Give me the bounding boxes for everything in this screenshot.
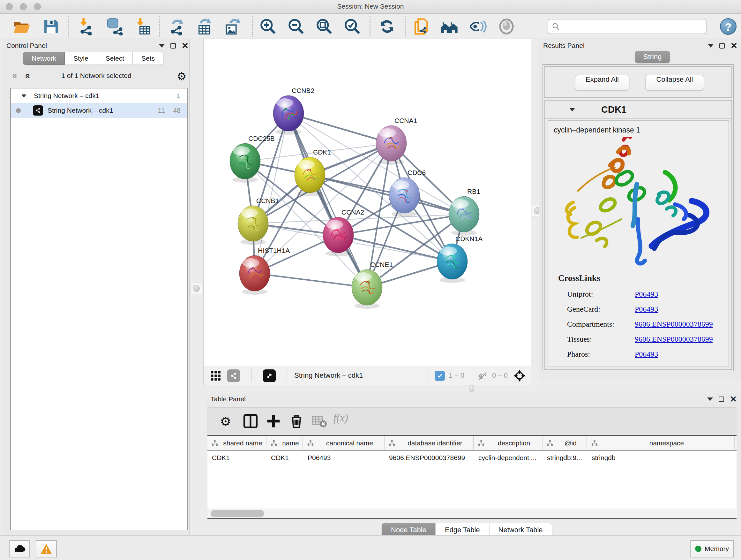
- network-row[interactable]: String Network – cdk1 11 48: [11, 103, 187, 118]
- table-hscrollbar[interactable]: [207, 509, 736, 518]
- zoom-in-icon[interactable]: [259, 17, 277, 36]
- scrollbar-thumb[interactable]: [211, 510, 264, 517]
- node-label-CCNB1: CCNB1: [256, 197, 279, 204]
- toolbar-separator: [159, 16, 160, 37]
- network-canvas[interactable]: CCNB2CCNA1CDC25BCDK1CDC6RB1CCNB1CCNA2CDK…: [203, 39, 531, 366]
- network-edge-HIST1H1A-CCNE1[interactable]: [255, 273, 367, 287]
- export-table-icon[interactable]: [195, 17, 213, 36]
- zoom-fit-icon[interactable]: [315, 17, 333, 36]
- collapse-panel-icon[interactable]: [708, 44, 714, 48]
- selected-checkbox-icon[interactable]: [434, 371, 445, 381]
- memory-button[interactable]: Memory: [690, 540, 734, 557]
- table-cell[interactable]: stringdb:9...: [542, 451, 587, 465]
- column-header-canonical-name[interactable]: canonical name: [303, 436, 385, 450]
- table-cell[interactable]: 9606.ENSP00000378699: [385, 451, 474, 465]
- column-header-@id[interactable]: @id: [542, 436, 587, 450]
- network-tree: String Network – cdk1 1 String Network –…: [10, 88, 188, 530]
- import-table-file-icon[interactable]: [134, 17, 152, 36]
- bottom-splitter-grip[interactable]: [469, 385, 474, 392]
- refresh-icon[interactable]: [378, 17, 396, 36]
- network-node-HIST1H1A[interactable]: HIST1H1A: [239, 247, 290, 295]
- gene-collapse-icon[interactable]: [569, 108, 575, 111]
- add-column-icon[interactable]: [265, 413, 282, 429]
- network-node-CCNA1[interactable]: CCNA1: [376, 117, 417, 165]
- column-header-name[interactable]: name: [266, 436, 303, 450]
- show-all-eye-icon[interactable]: [497, 17, 515, 36]
- home-networks-icon[interactable]: [441, 17, 458, 36]
- close-panel-icon[interactable]: ✕: [730, 396, 737, 402]
- node-label-CDC25B: CDC25B: [248, 135, 275, 142]
- crosslink-link[interactable]: P06493: [635, 305, 658, 314]
- collection-expand-icon[interactable]: [21, 94, 26, 97]
- function-builder-icon[interactable]: f(x): [333, 412, 348, 424]
- main-toolbar: ?: [0, 14, 741, 39]
- table-cell[interactable]: CDK1: [207, 451, 266, 465]
- grid-view-icon[interactable]: [210, 370, 221, 381]
- column-header-description[interactable]: description: [474, 436, 542, 450]
- node-label-CDK1: CDK1: [313, 148, 331, 156]
- close-panel-icon[interactable]: ✕: [731, 43, 738, 49]
- tab-network[interactable]: Network: [23, 52, 65, 65]
- tab-sets[interactable]: Sets: [133, 52, 163, 65]
- float-panel-icon[interactable]: [719, 43, 725, 49]
- column-header-shared-name[interactable]: shared name: [207, 436, 266, 450]
- crosslink-link[interactable]: P06493: [635, 350, 658, 359]
- close-panel-icon[interactable]: ✕: [182, 43, 189, 49]
- columns-icon[interactable]: [242, 413, 259, 429]
- fit-crosshair-icon[interactable]: [513, 369, 527, 383]
- birdseye-icon[interactable]: [263, 369, 276, 382]
- delete-column-icon[interactable]: [288, 413, 305, 429]
- table-cell[interactable]: P06493: [303, 451, 385, 465]
- crosslink-link[interactable]: P06493: [635, 290, 658, 299]
- network-node-CDK1[interactable]: CDK1: [294, 148, 331, 196]
- table-panel-title: Table Panel: [211, 395, 246, 403]
- table-cell[interactable]: stringdb: [587, 451, 735, 465]
- gear-icon[interactable]: ⚙: [220, 414, 231, 429]
- export-network-icon[interactable]: [167, 17, 185, 36]
- export-image-icon[interactable]: [223, 17, 241, 36]
- table-row[interactable]: CDK1CDK1P064939606.ENSP00000378699cyclin…: [207, 451, 737, 465]
- network-status-dot: [16, 108, 21, 113]
- collapse-panel-icon[interactable]: [707, 397, 713, 401]
- left-splitter-grip[interactable]: [191, 283, 202, 294]
- share-view-icon[interactable]: [227, 369, 240, 382]
- collapse-all-button[interactable]: Collapse All: [645, 75, 704, 90]
- column-header-database-identifier[interactable]: database identifier: [385, 436, 474, 450]
- zoom-out-icon[interactable]: [287, 17, 305, 36]
- float-panel-icon[interactable]: [171, 43, 176, 49]
- collapse-panel-icon[interactable]: [159, 44, 165, 48]
- save-session-icon[interactable]: [42, 17, 60, 36]
- network-collection-row[interactable]: String Network – cdk1 1: [11, 88, 187, 103]
- network-node-CCNB2[interactable]: CCNB2: [273, 87, 314, 135]
- table-cell[interactable]: cyclin-dependent ...: [474, 451, 542, 465]
- tab-string[interactable]: String: [635, 51, 670, 63]
- search-input[interactable]: [560, 23, 706, 30]
- crosslink-link[interactable]: 9606.ENSP00000378699: [635, 335, 713, 344]
- tab-style[interactable]: Style: [65, 52, 97, 65]
- zoom-selected-icon[interactable]: [343, 17, 361, 36]
- clone-network-icon[interactable]: [413, 17, 431, 36]
- import-network-database-icon[interactable]: [105, 17, 123, 36]
- expand-all-button[interactable]: Expand All: [575, 75, 629, 90]
- cloud-button[interactable]: [9, 540, 30, 557]
- crosslink-link[interactable]: 9606.ENSP00000378699: [635, 320, 713, 328]
- warning-button[interactable]: [36, 540, 57, 557]
- network-node-CCNB1[interactable]: CCNB1: [238, 197, 279, 245]
- network-options-gear-icon[interactable]: ⚙: [177, 70, 186, 83]
- hidden-eye-icon[interactable]: [477, 371, 488, 381]
- help-button[interactable]: ?: [720, 18, 737, 35]
- network-node-RB1[interactable]: RB1: [449, 188, 480, 236]
- delete-table-icon[interactable]: [311, 413, 328, 429]
- network-edge-CCNB2-CCNE1[interactable]: [288, 113, 367, 287]
- import-network-file-icon[interactable]: [77, 17, 95, 36]
- table-cell[interactable]: CDK1: [266, 451, 303, 465]
- tab-select[interactable]: Select: [97, 52, 133, 65]
- network-edge-CCNB2-CCNA1[interactable]: [288, 113, 391, 143]
- network-edge-CDK1-RB1[interactable]: [310, 175, 464, 214]
- hide-selected-eye-icon[interactable]: [469, 17, 487, 36]
- search-field[interactable]: [548, 19, 706, 34]
- network-node-CDKN1A[interactable]: CDKN1A: [437, 235, 482, 283]
- open-session-icon[interactable]: [13, 17, 30, 36]
- column-header-namespace[interactable]: namespace: [587, 436, 735, 450]
- float-panel-icon[interactable]: [719, 396, 724, 402]
